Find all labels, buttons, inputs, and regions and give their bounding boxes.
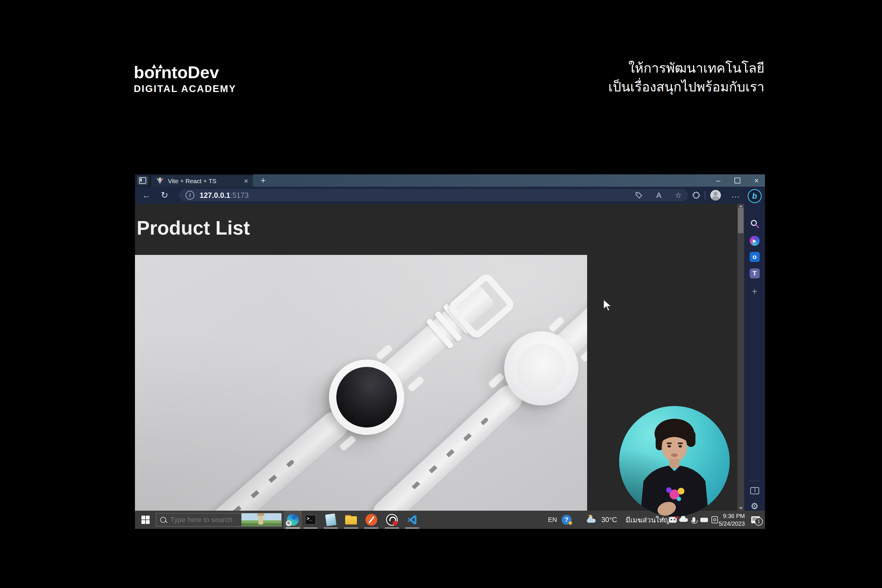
browser-tabstrip: Vite + React + TS × + – × (135, 174, 765, 187)
language-indicator[interactable]: EN (546, 511, 559, 529)
command-prompt-icon: >_ (305, 515, 316, 525)
tagline-line2: เป็นเรื่องสนุกไปพร้อมกับเรา (582, 78, 764, 96)
extensions-icon[interactable] (692, 191, 700, 200)
minimize-button[interactable]: – (711, 174, 726, 187)
site-info-icon[interactable]: i (186, 191, 194, 200)
temperature-label[interactable]: 30°C (599, 511, 620, 529)
obs-taskbar-icon[interactable] (383, 511, 401, 529)
windows-logo-icon (141, 516, 150, 524)
url-host: 127.0.0.1 (200, 191, 230, 200)
taskbar-search[interactable] (156, 513, 282, 526)
running-indicator (286, 527, 300, 529)
logo-subtitle: DIGITAL ACADEMY (134, 83, 236, 94)
owl-icon (159, 64, 163, 68)
running-indicator (324, 527, 338, 529)
browser-tab-active[interactable]: Vite + React + TS × (152, 176, 253, 187)
tab-close-icon[interactable]: × (239, 177, 253, 185)
notification-badge: 1 (755, 518, 763, 526)
notification-icon: 1 (751, 516, 760, 524)
panel-icon (750, 487, 759, 494)
url-port: :5173 (230, 191, 249, 200)
notification-center-button[interactable]: 1 (748, 511, 763, 529)
notepad-icon (325, 513, 336, 526)
scrollbar-thumb[interactable] (738, 208, 744, 233)
close-window-button[interactable]: × (749, 174, 764, 187)
toolbar-divider (705, 191, 705, 200)
scroll-up-icon[interactable] (739, 205, 743, 207)
restore-icon (734, 178, 740, 183)
device-tray-icon[interactable] (699, 511, 710, 529)
sidebar-search-icon[interactable] (744, 217, 765, 231)
running-indicator (364, 527, 378, 529)
refresh-button[interactable]: ↻ (161, 190, 168, 200)
outlook-icon[interactable]: o (744, 250, 765, 264)
address-bar[interactable]: i 127.0.0.1 :5173 A ☆ (179, 189, 688, 201)
notepad-taskbar-icon[interactable] (322, 511, 340, 529)
presenter-person (619, 406, 730, 516)
clock[interactable]: 9:36 PM 5/24/2023 (718, 511, 745, 529)
edge-taskbar-icon[interactable] (284, 511, 302, 529)
help-tray-icon[interactable]: ? (560, 511, 573, 529)
page-scrollbar[interactable] (737, 204, 744, 511)
logo-title: borntoDev (134, 62, 236, 82)
profile-avatar[interactable] (710, 190, 721, 201)
tab-title: Vite + React + TS (168, 178, 239, 184)
running-indicator (405, 527, 419, 529)
folder-icon (345, 515, 357, 525)
start-button[interactable] (139, 511, 152, 529)
vite-favicon-icon (156, 177, 164, 185)
search-icon (160, 517, 166, 523)
product-image (135, 255, 587, 511)
back-button[interactable]: ← (142, 190, 151, 200)
edge-logo-icon (287, 514, 299, 526)
tabstrip-empty-area (253, 174, 765, 187)
more-menu-icon[interactable]: … (731, 190, 740, 200)
sidebar-divider (749, 481, 760, 481)
postman-taskbar-icon[interactable] (362, 511, 380, 529)
scroll-down-icon[interactable] (739, 507, 743, 510)
video-frame: borntoDev DIGITAL ACADEMY ให้การพัฒนาเทค… (0, 0, 882, 588)
browser-toolbar: ← ↻ i 127.0.0.1 :5173 A ☆ … (135, 187, 765, 204)
cloud-icon (587, 519, 596, 523)
sidebar-panel-toggle[interactable] (744, 484, 765, 498)
mouse-cursor-icon (603, 299, 613, 312)
favorites-star-icon[interactable]: ☆ (675, 191, 682, 200)
profile-badge-icon (286, 520, 292, 526)
running-indicator (344, 527, 358, 529)
teams-icon[interactable]: T (744, 266, 765, 280)
clock-time: 9:36 PM (723, 513, 745, 519)
file-explorer-taskbar-icon[interactable] (342, 511, 360, 529)
running-indicator (303, 527, 318, 529)
read-aloud-icon[interactable]: A (656, 191, 661, 200)
postman-icon (366, 514, 377, 526)
tagline-line1: ให้การพัฒนาเทคโนโลยี (582, 59, 764, 78)
running-indicator (385, 527, 399, 529)
new-tab-button[interactable]: + (256, 174, 270, 187)
search-highlight-image[interactable] (242, 513, 281, 526)
weather-icon[interactable] (585, 511, 597, 529)
webcam-overlay (619, 406, 730, 516)
bing-chat-icon[interactable]: b (744, 189, 765, 203)
microsoft365-icon[interactable]: ▶ (744, 234, 765, 248)
image-vignette (135, 255, 587, 511)
search-input[interactable] (170, 515, 242, 524)
owl-icon (152, 64, 156, 68)
brand-logo: borntoDev DIGITAL ACADEMY (134, 62, 236, 94)
obs-icon (386, 514, 398, 526)
vscode-icon (406, 514, 418, 525)
page-heading: Product List (137, 217, 250, 239)
gear-icon: ⚙ (751, 501, 759, 511)
vscode-taskbar-icon[interactable] (403, 511, 421, 529)
tab-actions-icon (139, 177, 146, 184)
maximize-button[interactable] (730, 174, 745, 187)
sidebar-add-button[interactable]: + (744, 284, 765, 298)
tagline: ให้การพัฒนาเทคโนโลยี เป็นเรื่องสนุกไปพร้… (582, 59, 764, 96)
terminal-taskbar-icon[interactable]: >_ (302, 511, 320, 529)
edge-sidebar: b ▶ o T + (744, 187, 765, 511)
shopping-tag-icon[interactable] (635, 191, 643, 199)
clock-date: 5/24/2023 (719, 520, 745, 527)
tab-actions-button[interactable] (137, 176, 148, 185)
